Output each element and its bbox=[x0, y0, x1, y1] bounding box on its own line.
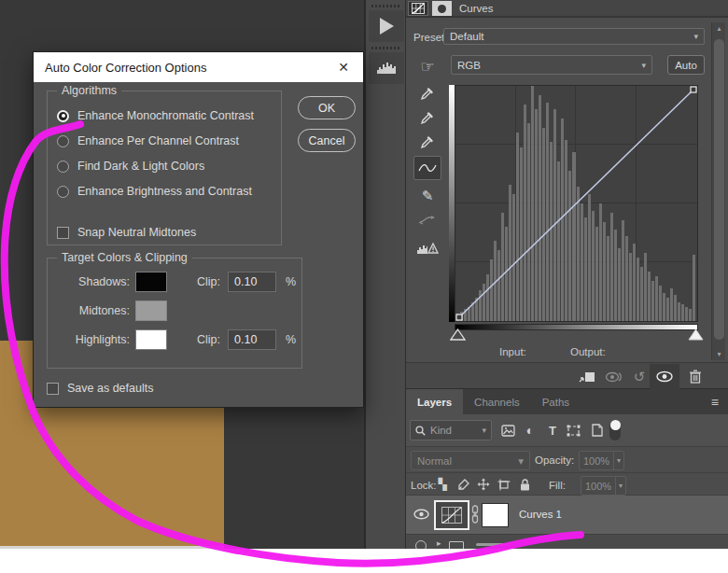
curves-layer-thumbnail[interactable] bbox=[434, 500, 469, 530]
delete-adjustment-button[interactable] bbox=[685, 367, 706, 386]
curve-point-highlight[interactable] bbox=[691, 87, 696, 92]
eyedropper-icon bbox=[420, 86, 435, 101]
white-point-eyedropper[interactable] bbox=[413, 131, 441, 153]
lock-all-icon[interactable] bbox=[516, 476, 533, 493]
lock-artboard-icon[interactable] bbox=[496, 476, 512, 493]
filter-smart-objects-icon[interactable] bbox=[587, 422, 606, 439]
checkbox-save-as-defaults[interactable]: Save as defaults bbox=[47, 382, 153, 395]
properties-bottom-bar: ↺ bbox=[406, 362, 728, 389]
radio-icon[interactable] bbox=[57, 135, 69, 147]
clip-to-layer-button[interactable] bbox=[575, 367, 599, 386]
histogram-warning-indicator[interactable] bbox=[413, 237, 441, 259]
filter-kind-value: Kind bbox=[430, 425, 452, 436]
smooth-curve-icon bbox=[419, 215, 436, 226]
partial-layer-row[interactable]: ▸ bbox=[406, 536, 728, 549]
reset-button[interactable]: ↺ bbox=[630, 367, 649, 386]
curve-line-layer bbox=[455, 86, 697, 321]
radio-enhance-monochromatic[interactable]: Enhance Monochromatic Contrast bbox=[57, 109, 281, 122]
image-icon bbox=[501, 425, 515, 437]
checkbox-label: Save as defaults bbox=[67, 382, 153, 395]
curves-adjustment-icon[interactable] bbox=[408, 1, 428, 16]
midtones-color-swatch[interactable] bbox=[135, 300, 167, 321]
clip-to-layer-icon bbox=[579, 370, 595, 384]
preset-value: Default bbox=[450, 31, 483, 42]
right-panel-group: Curves Preset: Default ▾ ☞ RGB ▾ Auto bbox=[406, 0, 728, 549]
smooth-curve-tool[interactable] bbox=[413, 209, 441, 231]
lock-position-icon[interactable] bbox=[475, 476, 492, 493]
highlight-input-slider[interactable] bbox=[688, 328, 704, 341]
histogram-icon bbox=[376, 62, 397, 75]
draw-curve-pencil-tool[interactable]: ✎ bbox=[413, 185, 441, 207]
opacity-combo[interactable]: 100% ▾ bbox=[579, 451, 624, 470]
view-previous-state-button[interactable] bbox=[601, 367, 627, 386]
auto-button[interactable]: Auto bbox=[667, 55, 705, 75]
opacity-value: 100% bbox=[580, 455, 613, 467]
highlights-color-swatch[interactable] bbox=[135, 329, 167, 350]
curve-icon bbox=[418, 162, 437, 174]
trash-icon bbox=[689, 370, 702, 384]
close-icon[interactable]: ✕ bbox=[335, 60, 352, 75]
layer-mask-thumbnail[interactable] bbox=[482, 503, 509, 527]
radio-icon[interactable] bbox=[57, 186, 69, 198]
filter-pixel-layers-icon[interactable] bbox=[498, 422, 517, 439]
radio-enhance-per-channel[interactable]: Enhance Per Channel Contrast bbox=[57, 134, 281, 147]
shadow-input-slider[interactable] bbox=[450, 328, 466, 341]
black-point-eyedropper[interactable] bbox=[413, 82, 441, 105]
radio-selected-icon[interactable] bbox=[57, 110, 69, 122]
preset-dropdown[interactable]: Default ▾ bbox=[443, 28, 705, 45]
layer-row-curves-1[interactable]: Curves 1 bbox=[406, 496, 728, 535]
filter-kind-dropdown[interactable]: Kind ▾ bbox=[410, 420, 492, 440]
filter-shape-layers-icon[interactable] bbox=[564, 422, 582, 439]
edit-points-tool-selected[interactable] bbox=[413, 156, 441, 180]
dock-grip bbox=[371, 5, 401, 7]
scrollbar-thumb[interactable] bbox=[714, 39, 724, 340]
radio-enhance-brightness[interactable]: Enhance Brightness and Contrast bbox=[57, 185, 281, 198]
fill-combo[interactable]: 100% ▾ bbox=[581, 476, 626, 496]
chain-link-icon bbox=[471, 505, 479, 524]
radio-find-dark-light[interactable]: Find Dark & Light Colors bbox=[57, 160, 281, 173]
highlights-clip-input[interactable] bbox=[228, 329, 276, 350]
toggle-visibility-button[interactable] bbox=[650, 364, 679, 389]
curves-plot[interactable] bbox=[455, 85, 698, 322]
properties-scrollbar[interactable]: ▴ ▾ bbox=[711, 22, 725, 360]
targeted-adjustment-tool[interactable]: ☞ bbox=[413, 55, 441, 77]
checkbox-snap-neutral-midtones[interactable]: Snap Neutral Midtones bbox=[57, 226, 281, 239]
cancel-button[interactable]: Cancel bbox=[298, 129, 356, 152]
curve-point-shadow[interactable] bbox=[456, 314, 462, 320]
actions-panel-icon[interactable] bbox=[369, 10, 404, 42]
mask-link-icon[interactable] bbox=[471, 505, 479, 526]
filter-type-layers-icon[interactable]: T bbox=[543, 422, 562, 439]
radio-icon[interactable] bbox=[57, 161, 69, 173]
scroll-down-icon[interactable]: ▾ bbox=[712, 350, 726, 358]
dock-grip bbox=[371, 47, 401, 49]
layer-mask-indicator[interactable] bbox=[432, 1, 452, 16]
lock-pixels-icon[interactable] bbox=[455, 476, 471, 493]
smart-object-icon bbox=[591, 424, 603, 437]
page-background bbox=[0, 549, 728, 573]
checkbox-icon[interactable] bbox=[57, 227, 69, 239]
scroll-up-icon[interactable]: ▴ bbox=[712, 24, 726, 33]
tab-channels[interactable]: Channels bbox=[463, 389, 531, 414]
filter-adjustment-layers-icon[interactable]: ◐ bbox=[521, 422, 539, 439]
blend-mode-dropdown[interactable]: Normal ▾ bbox=[411, 451, 530, 470]
lock-transparency-icon[interactable]: ▚ bbox=[434, 476, 451, 493]
shadows-clip-input[interactable] bbox=[228, 272, 276, 292]
channel-dropdown[interactable]: RGB ▾ bbox=[451, 55, 652, 75]
curve-diagonal-line[interactable] bbox=[459, 90, 693, 317]
layer-visibility-eye-icon bbox=[415, 540, 427, 549]
histogram-panel-icon[interactable] bbox=[369, 52, 404, 84]
highlights-row: Highlights: Clip: % bbox=[48, 329, 301, 350]
blend-mode-value: Normal bbox=[417, 455, 452, 467]
gray-point-eyedropper[interactable] bbox=[413, 106, 441, 129]
tab-paths[interactable]: Paths bbox=[531, 389, 581, 414]
panel-menu-icon[interactable]: ≡ bbox=[702, 389, 728, 414]
layer-visibility-eye-icon[interactable] bbox=[413, 507, 429, 522]
checkbox-icon[interactable] bbox=[47, 383, 59, 395]
shadows-color-swatch[interactable] bbox=[135, 272, 167, 292]
ok-button[interactable]: OK bbox=[298, 96, 356, 119]
dialog-titlebar[interactable]: Auto Color Correction Options ✕ bbox=[34, 52, 363, 82]
tab-layers[interactable]: Layers bbox=[406, 389, 463, 414]
filter-switch-toggle[interactable] bbox=[609, 421, 621, 440]
screenshot-root: Curves Preset: Default ▾ ☞ RGB ▾ Auto bbox=[0, 0, 728, 573]
percent-label: % bbox=[286, 275, 296, 288]
